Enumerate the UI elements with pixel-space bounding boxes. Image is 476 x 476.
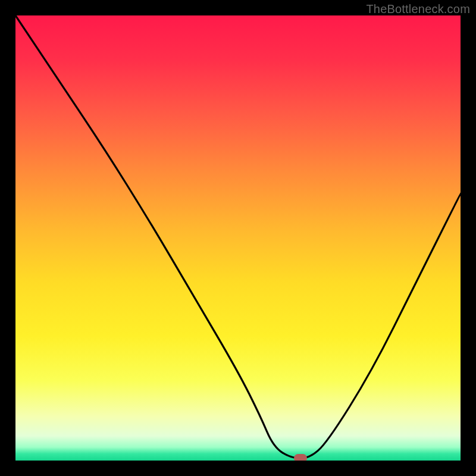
chart-frame: TheBottleneck.com: [0, 0, 476, 476]
plot-area: [15, 15, 461, 461]
watermark-text: TheBottleneck.com: [366, 2, 470, 16]
bottleneck-curve: [15, 15, 461, 461]
optimum-marker: [294, 454, 307, 461]
